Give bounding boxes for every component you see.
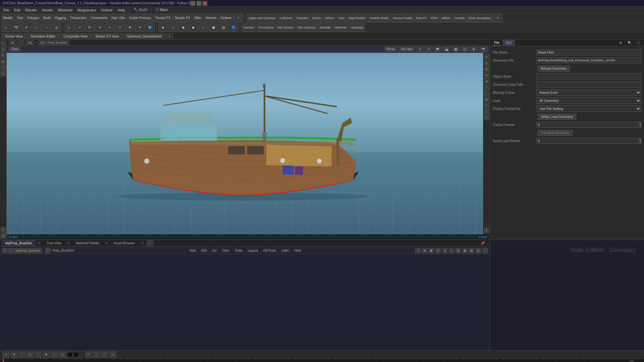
cam7-label[interactable]: Camera2: [349, 23, 365, 32]
ng-icon5[interactable]: ⊞: [422, 248, 427, 253]
vpr-btn11[interactable]: ≡: [484, 115, 489, 120]
vellum-btn[interactable]: Vellum: [440, 14, 452, 22]
lt-origin[interactable]: ⊗: [1, 233, 6, 238]
maximize-button[interactable]: □: [197, 1, 201, 6]
save-load-input[interactable]: [536, 138, 639, 144]
vpr-btn2[interactable]: ◎: [484, 60, 489, 66]
menu-render[interactable]: Render: [23, 7, 39, 13]
ng-icon8[interactable]: ◈: [442, 248, 447, 253]
cache-frames-input[interactable]: [536, 122, 639, 128]
ng-icon2[interactable]: □: [8, 248, 13, 253]
tl-jump-end[interactable]: ▷|: [59, 352, 66, 358]
lights-cameras-btn[interactable]: Lights and Cameras: [247, 14, 277, 22]
vp-icon7[interactable]: ⚙: [470, 47, 478, 52]
camera-btn[interactable]: 📷: [11, 23, 21, 32]
menu-assets[interactable]: Assets: [40, 7, 55, 13]
vpr-btn9[interactable]: ✦: [484, 103, 489, 108]
geo-icon2[interactable]: ◇: [168, 23, 178, 32]
particles-btn[interactable]: Particles: [295, 14, 310, 22]
menu-edit[interactable]: Edit: [12, 7, 22, 13]
geo-icon6[interactable]: ▣: [209, 23, 218, 32]
timeline-track[interactable]: 1 240: [0, 359, 644, 362]
ng-help-btn[interactable]: Help: [292, 248, 303, 253]
rp-search[interactable]: 🔍: [626, 40, 634, 45]
cam4-label[interactable]: Obj Camera2: [296, 23, 317, 32]
ng-add-btn[interactable]: Add: [188, 248, 198, 253]
rp-expand[interactable]: ⬡: [635, 40, 642, 45]
after-btn[interactable]: After: [193, 14, 203, 22]
modify-btn[interactable]: Modify: [1, 14, 14, 22]
vpr-btn10[interactable]: ⬡: [484, 109, 489, 114]
close-button[interactable]: ✕: [203, 1, 207, 6]
tl-play-back[interactable]: ◁: [35, 352, 42, 358]
vpr-btn6[interactable]: □: [484, 84, 489, 90]
sun-btn[interactable]: ○: [42, 23, 51, 32]
lt-select[interactable]: ↖: [1, 41, 6, 46]
ng-tab-tree[interactable]: Tree View: [44, 240, 64, 246]
tab-animation[interactable]: Animation Editor: [27, 33, 59, 39]
crowds-btn[interactable]: Crowds: [453, 14, 467, 22]
vp-icon6[interactable]: ◰: [461, 47, 469, 52]
minimize-button[interactable]: ─: [191, 1, 195, 6]
delay-load-btn[interactable]: Delay Load Geometry: [538, 114, 576, 120]
menu-megascans[interactable]: Megascans: [75, 7, 98, 13]
path-obj[interactable]: obj: [25, 40, 34, 45]
viewport[interactable]: View Persp No cam ↖ ↗ ⬒ ⬓ ▩ ◰ ⚙ 📷: [7, 46, 490, 240]
icon2[interactable]: ↗: [75, 23, 84, 32]
cam2-label[interactable]: Fit Camera: [257, 23, 275, 32]
vpr-btn1[interactable]: ⊙: [484, 54, 489, 60]
rp-tab-file1[interactable]: file1: [503, 40, 515, 46]
vp-nocam-btn[interactable]: No cam: [399, 47, 415, 52]
tab-composite[interactable]: Composite View: [60, 33, 91, 39]
missing-frame-dropdown[interactable]: Report Error Hold Last Frame: [536, 89, 641, 96]
lt-snap[interactable]: ⊙: [1, 227, 6, 232]
cam-label[interactable]: Camera: [242, 23, 256, 32]
menu-help[interactable]: Help: [115, 7, 127, 13]
prefetch-btn[interactable]: Pre-fetch Geometry: [538, 130, 573, 136]
ng-icon6[interactable]: ▣: [429, 248, 434, 253]
helium-btn[interactable]: Helium: [323, 14, 336, 22]
menu-build[interactable]: 🔨 Build: [131, 7, 150, 13]
tl-icon5[interactable]: ◇: [93, 352, 100, 358]
cam6-label[interactable]: Stammer: [333, 23, 349, 32]
menu-windows[interactable]: Windows: [56, 7, 75, 13]
lt-transform[interactable]: T: [1, 65, 6, 70]
rigging-btn[interactable]: Rigging: [53, 14, 68, 22]
vp-icon3[interactable]: ⬒: [434, 47, 441, 52]
simple-fx-btn[interactable]: Simple FX: [173, 14, 192, 22]
vp-icon4[interactable]: ⬓: [443, 47, 450, 52]
lt-rotate[interactable]: ↻: [1, 53, 6, 58]
terrain-fx-btn[interactable]: Terrain FX: [154, 14, 172, 22]
ng-go-btn[interactable]: Go: [210, 248, 219, 253]
icon6[interactable]: ⬡: [115, 23, 124, 32]
geo-icon1[interactable]: ◈: [158, 23, 168, 32]
viscous-btn[interactable]: Viscous Fluids: [391, 14, 414, 22]
tl-icon1[interactable]: ⟳: [3, 352, 9, 358]
ng-icon10[interactable]: ▥: [455, 248, 461, 253]
vp-persp-btn[interactable]: Persp: [384, 47, 397, 52]
guide-process-btn[interactable]: Guide Process: [127, 14, 153, 22]
ng-labs-btn[interactable]: Labs: [279, 248, 291, 253]
tl-icon7[interactable]: ⊙: [109, 352, 116, 358]
level-up-btn[interactable]: ↑: [18, 40, 24, 45]
icon4[interactable]: ⇥: [95, 23, 104, 32]
camera2-btn[interactable]: 🎥: [32, 23, 41, 32]
polygon-btn[interactable]: Polygon: [25, 14, 41, 22]
ng-tab-add[interactable]: +: [147, 240, 153, 246]
ng-icon12[interactable]: ▧: [469, 248, 474, 253]
ng-layout-btn[interactable]: Layout: [246, 248, 260, 253]
volume-btn[interactable]: Volume: [204, 14, 218, 22]
vp-icon1[interactable]: ↖: [416, 47, 424, 52]
tl-play-forward[interactable]: ▷: [51, 352, 58, 358]
ng-pin[interactable]: 📌: [478, 240, 488, 246]
vpr-info-btn[interactable]: ℹ: [484, 228, 489, 233]
ng-icon7[interactable]: ⊟: [435, 248, 441, 253]
lt-move[interactable]: ✛: [1, 47, 6, 52]
ng-odtools-btn[interactable]: ODTools: [261, 248, 278, 253]
pyro-btn[interactable]: Pyro: [337, 14, 346, 22]
ng-view-btn[interactable]: View: [220, 248, 231, 253]
vpr-btn7[interactable]: ▪: [484, 90, 489, 96]
lt-handle[interactable]: H: [1, 71, 6, 76]
pyro-fx-btn[interactable]: Pyro FX: [414, 14, 429, 22]
rigid-bodies-btn[interactable]: Rigid Bodies: [347, 14, 367, 22]
